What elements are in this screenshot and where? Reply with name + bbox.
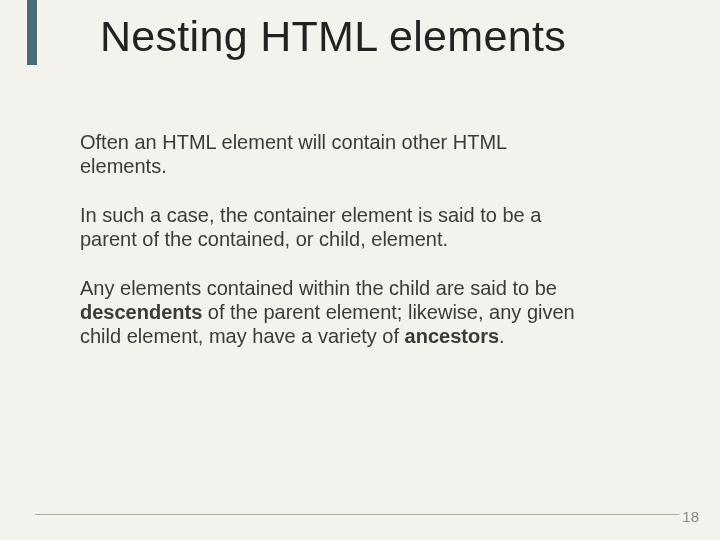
paragraph-1: Often an HTML element will contain other… — [80, 130, 580, 179]
p3-part-a: Any elements contained within the child … — [80, 277, 557, 299]
term-descendents: descendents — [80, 301, 202, 323]
footer-rule — [35, 514, 685, 515]
slide-title: Nesting HTML elements — [100, 12, 566, 61]
paragraph-2: In such a case, the container element is… — [80, 203, 580, 252]
slide-body: Often an HTML element will contain other… — [80, 130, 580, 373]
accent-bar — [27, 0, 37, 65]
paragraph-3: Any elements contained within the child … — [80, 276, 580, 349]
p3-part-e: . — [499, 325, 505, 347]
term-ancestors: ancestors — [405, 325, 500, 347]
slide: Nesting HTML elements Often an HTML elem… — [0, 0, 720, 540]
page-number: 18 — [679, 508, 702, 525]
